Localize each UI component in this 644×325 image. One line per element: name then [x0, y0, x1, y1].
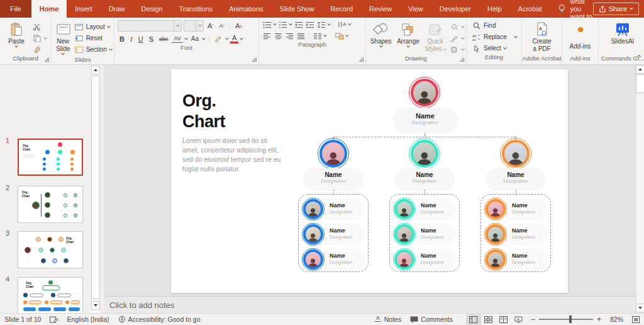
font-size-input[interactable]	[184, 20, 204, 31]
quick-styles-button[interactable]: Quick Styles	[423, 20, 448, 54]
accessibility-status[interactable]: Accessibility: Good to go	[114, 314, 205, 325]
tab-slide-show[interactable]: Slide Show	[272, 0, 323, 18]
org-member-row[interactable]: Name Designation	[301, 198, 365, 220]
find-button[interactable]: Find	[472, 21, 521, 30]
org-manager-avatar-2[interactable]	[411, 140, 438, 168]
org-manager-card-3[interactable]: Name Designation	[486, 168, 546, 191]
org-manager-card-1[interactable]: Name Designation	[303, 168, 364, 191]
tab-view[interactable]: View	[400, 0, 431, 18]
org-member-row[interactable]: Name Designation	[392, 248, 457, 271]
reading-view-button[interactable]	[496, 314, 511, 325]
slide-thumbnail-2[interactable]: Org. Chart	[18, 186, 83, 223]
smartart-icon[interactable]	[335, 31, 344, 40]
org-member-row[interactable]: Name Designation	[301, 248, 365, 271]
tab-help[interactable]: Help	[479, 0, 510, 18]
columns-icon[interactable]	[313, 31, 322, 40]
slide-body-text[interactable]: Lorem ipsum dolor sed do sit amet, conse…	[182, 136, 282, 174]
scroll-down-button[interactable]	[91, 301, 100, 310]
layout-button[interactable]: Layout	[74, 22, 112, 31]
shape-outline-button[interactable]	[450, 33, 464, 43]
tab-transitions[interactable]: Transitions	[171, 0, 221, 18]
copy-button[interactable]	[32, 33, 47, 43]
shape-effects-button[interactable]	[450, 45, 464, 54]
tab-home[interactable]: Home	[31, 0, 67, 18]
text-direction-icon[interactable]: A	[337, 20, 347, 29]
font-color-button[interactable]: A	[230, 34, 238, 43]
character-spacing-button[interactable]: AV	[172, 35, 182, 43]
tab-draw[interactable]: Draw	[101, 0, 133, 18]
zoom-slider-handle[interactable]	[569, 316, 572, 323]
zoom-out-button[interactable]: −	[526, 314, 535, 325]
drawing-dialog-launcher[interactable]	[460, 57, 464, 62]
org-member-row[interactable]: Name Designation	[484, 198, 548, 220]
thumbnail-scrollbar[interactable]	[90, 65, 100, 313]
org-manager-card-2[interactable]: Name Designation	[394, 168, 455, 191]
org-manager-avatar-1[interactable]	[319, 140, 347, 168]
paste-button[interactable]: Paste	[2, 20, 31, 54]
slide-editor[interactable]: Org. Chart Lorem ipsum dolor sed do sit …	[171, 69, 568, 293]
tab-acrobat[interactable]: Acrobat	[510, 0, 550, 18]
new-slide-button[interactable]: New Slide	[53, 20, 73, 55]
replace-button[interactable]: abacReplace	[472, 32, 521, 42]
shape-fill-button[interactable]	[450, 22, 464, 31]
underline-button[interactable]: U	[136, 35, 145, 43]
org-root-avatar[interactable]	[411, 79, 438, 106]
slide-indicator[interactable]: Slide 1 of 10	[0, 314, 45, 325]
tab-design[interactable]: Design	[133, 0, 170, 18]
slide-sorter-view-button[interactable]	[481, 314, 496, 325]
decrease-font-size-button[interactable]: Aˇ	[218, 22, 226, 30]
zoom-in-button[interactable]: +	[597, 314, 606, 325]
zoom-level[interactable]: 82%	[606, 314, 628, 325]
org-root-card[interactable]: Name Designation	[392, 108, 458, 133]
comments-button[interactable]: Comments	[406, 314, 457, 325]
justify-icon[interactable]	[296, 31, 306, 40]
language-indicator[interactable]: English (India)	[62, 314, 113, 325]
tab-animations[interactable]: Animations	[221, 0, 271, 18]
collapse-ribbon-button[interactable]	[638, 49, 640, 60]
scroll-up-button[interactable]	[91, 66, 100, 74]
align-left-icon[interactable]	[262, 31, 272, 40]
scroll-up-button[interactable]	[636, 65, 644, 74]
org-member-row[interactable]: Name Designation	[484, 248, 548, 271]
bold-button[interactable]: B	[118, 35, 126, 43]
tab-record[interactable]: Record	[323, 0, 361, 18]
slideshow-view-button[interactable]	[511, 314, 526, 325]
tab-insert[interactable]: Insert	[67, 0, 101, 18]
clear-formatting-button[interactable]: A	[233, 21, 245, 30]
align-right-icon[interactable]	[285, 31, 294, 40]
scroll-down-button[interactable]	[636, 304, 644, 312]
org-member-row[interactable]: Name Designation	[392, 223, 457, 246]
slide-thumbnail-1[interactable]: Org. Chart	[18, 139, 83, 176]
scrollbar-thumb[interactable]	[91, 76, 100, 299]
org-manager-avatar-3[interactable]	[502, 140, 530, 168]
org-member-row[interactable]: Name Designation	[301, 223, 365, 246]
italic-button[interactable]: I	[128, 35, 135, 43]
section-button[interactable]: Section	[74, 45, 112, 54]
increase-font-size-button[interactable]: Aˆ	[206, 21, 216, 30]
slidesai-button[interactable]: SlidesAI	[608, 20, 637, 54]
fit-slide-button[interactable]	[628, 314, 644, 325]
arrange-button[interactable]: Arrange	[395, 20, 421, 54]
format-painter-button[interactable]	[32, 45, 47, 54]
create-pdf-button[interactable]: A Create a PDF	[528, 20, 557, 54]
clipboard-dialog-launcher[interactable]	[45, 57, 49, 62]
change-case-button[interactable]: Aa	[189, 35, 201, 43]
decrease-indent-icon[interactable]	[294, 20, 303, 29]
reset-button[interactable]: Reset	[74, 33, 112, 43]
increase-indent-icon[interactable]	[305, 20, 314, 29]
tab-review[interactable]: Review	[361, 0, 400, 18]
font-name-input[interactable]	[118, 20, 182, 31]
notes-pane[interactable]: Click to add notes	[104, 296, 636, 313]
add-ins-button[interactable]: Add-ins	[566, 20, 595, 54]
strikethrough-button[interactable]: abc	[157, 35, 170, 43]
org-team-box-3[interactable]: Name Designation Name Designation Name D…	[480, 194, 551, 272]
share-button[interactable]: Share	[593, 3, 639, 15]
text-shadow-button[interactable]: S	[147, 35, 155, 43]
slide-thumbnail-3[interactable]: Org. Chart	[18, 231, 83, 268]
bullets-icon[interactable]	[262, 20, 272, 29]
select-button[interactable]: Select	[472, 43, 521, 53]
normal-view-button[interactable]	[466, 314, 481, 325]
numbering-icon[interactable]	[278, 20, 287, 29]
canvas-scrollbar[interactable]	[636, 65, 644, 313]
tell-me-box[interactable]: Tell me what you want to do	[550, 0, 592, 18]
